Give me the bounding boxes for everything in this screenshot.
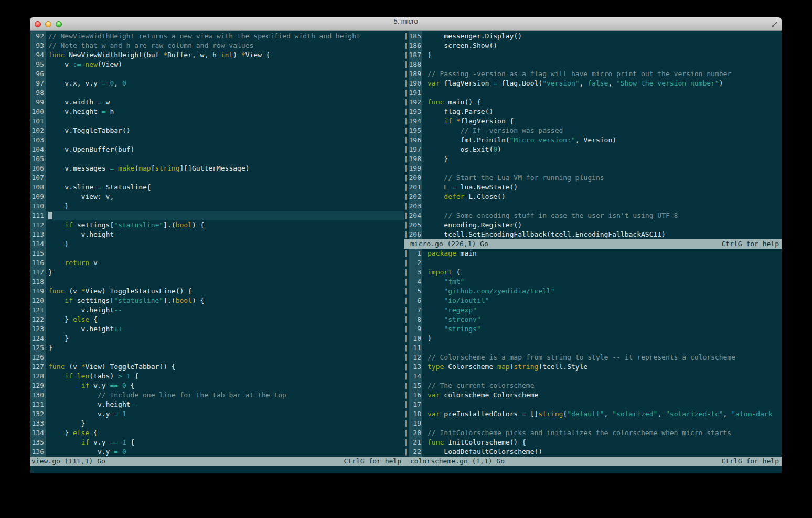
line-number: 16 [409, 390, 422, 400]
code-line: 104 v.OpenBuffer(buf) [30, 145, 404, 154]
code-text: "regexp" [422, 305, 782, 315]
code-line: |9 "strings" [404, 324, 782, 334]
pane-colorscheme-go: |1package main|2|3import (|4 "fmt"|5 "gi… [404, 249, 782, 466]
code-text: if settings["statusline"].(bool) { [46, 220, 404, 230]
resize-icon[interactable] [771, 20, 778, 28]
pane-divider: | [404, 381, 409, 390]
code-text: if v.y == 1 { [46, 438, 404, 447]
code-text: // NewViewWidthHeight returns a new view… [46, 31, 404, 41]
line-number: 203 [409, 202, 422, 211]
code-line: |17 [404, 400, 782, 409]
pane-divider: | [404, 343, 409, 353]
code-text: tcell.SetEncodingFallback(tcell.Encoding… [422, 230, 782, 239]
code-line: |22 LoadDefaultColorscheme() [404, 447, 782, 457]
line-number: 120 [30, 296, 46, 305]
code-line: |199 [404, 164, 782, 173]
line-number: 119 [30, 287, 46, 296]
pane-divider: | [404, 268, 409, 277]
editor-pane-micro-go[interactable]: |185 messenger.Display()|186 screen.Show… [404, 31, 782, 239]
code-line: 129 if v.y == 0 { [30, 381, 404, 390]
line-number: 100 [30, 107, 46, 117]
line-number: 15 [409, 381, 422, 390]
editor-pane-colorscheme-go[interactable]: |1package main|2|3import (|4 "fmt"|5 "gi… [404, 249, 782, 457]
window-titlebar[interactable]: 5. micro [30, 17, 782, 31]
code-text: v.OpenBuffer(buf) [46, 145, 404, 154]
code-text: // Colorscheme is a map from string to s… [422, 353, 782, 362]
line-number: 188 [409, 60, 422, 69]
statusbar-file-info: micro.go (226,1) Go [410, 239, 488, 249]
pane-divider: | [404, 419, 409, 428]
line-number: 101 [30, 117, 46, 126]
line-number: 19 [409, 419, 422, 428]
line-number: 17 [409, 400, 422, 409]
line-number: 123 [30, 324, 46, 334]
line-number: 112 [30, 220, 46, 230]
pane-divider: | [404, 69, 409, 79]
code-text: v.messages = make(map[string][]GutterMes… [46, 164, 404, 173]
code-text: fmt.Println("Micro version:", Version) [422, 135, 782, 145]
code-text: messenger.Display() [422, 31, 782, 41]
line-number: 199 [409, 164, 422, 173]
code-text: v.y = 1 [46, 409, 404, 419]
code-line: 95 v := new(View) [30, 60, 404, 69]
code-text [46, 249, 404, 258]
line-number: 97 [30, 79, 46, 88]
pane-divider: | [404, 353, 409, 362]
line-number: 6 [409, 296, 422, 305]
pane-divider: | [404, 334, 409, 343]
code-line: 119func (v *View) ToggleStatusLine() { [30, 287, 404, 296]
line-number: 196 [409, 135, 422, 145]
pane-divider: | [404, 126, 409, 135]
pane-divider: | [404, 41, 409, 50]
code-line: 121 v.height-- [30, 305, 404, 315]
code-line: 101 [30, 117, 404, 126]
line-number: 9 [409, 324, 422, 334]
pane-divider: | [404, 315, 409, 324]
pane-divider: | [404, 173, 409, 183]
code-text: } [46, 343, 404, 353]
code-text: v.height++ [46, 324, 404, 334]
code-text: v.ToggleTabbar() [46, 126, 404, 135]
code-line: |202 defer L.Close() [404, 192, 782, 202]
code-line: |191 [404, 88, 782, 98]
code-line: 117} [30, 268, 404, 277]
line-number: 122 [30, 315, 46, 324]
code-text: flag.Parse() [422, 107, 782, 117]
code-text: } [422, 154, 782, 164]
code-line: |197 os.Exit(0) [404, 145, 782, 154]
code-line: |4 "fmt" [404, 277, 782, 287]
code-text: func NewViewWidthHeight(buf *Buffer, w, … [46, 50, 404, 60]
line-number: 2 [409, 258, 422, 268]
code-line: |188 [404, 60, 782, 69]
code-line: 128 if len(tabs) > 1 { [30, 372, 404, 381]
line-number: 124 [30, 334, 46, 343]
code-text [46, 277, 404, 287]
code-text: func (v *View) ToggleTabbar() { [46, 362, 404, 372]
pane-divider: | [404, 107, 409, 117]
code-text: // Start the Lua VM for running plugins [422, 173, 782, 183]
pane-micro-go: |185 messenger.Display()|186 screen.Show… [404, 31, 782, 249]
code-line: |11 [404, 343, 782, 353]
pane-divider: | [404, 230, 409, 239]
statusbar-view-go: view.go (111,1) Go CtrlG for help [30, 457, 404, 466]
code-line: |196 fmt.Println("Micro version:", Versi… [404, 135, 782, 145]
code-line: 126 [30, 353, 404, 362]
line-number: 197 [409, 145, 422, 154]
line-number: 128 [30, 372, 46, 381]
code-line: 125} [30, 343, 404, 353]
line-number: 10 [409, 334, 422, 343]
pane-divider: | [404, 287, 409, 296]
pane-divider: | [404, 211, 409, 220]
code-text: // Include one line for the tab bar at t… [46, 390, 404, 400]
line-number: 7 [409, 305, 422, 315]
code-text: v.height-- [46, 230, 404, 239]
statusbar-help-hint: CtrlG for help [344, 457, 401, 466]
editor-pane-view-go[interactable]: 92// NewViewWidthHeight returns a new vi… [30, 31, 404, 457]
line-number: 98 [30, 88, 46, 98]
code-line: |195 // If -version was passed [404, 126, 782, 135]
code-text [422, 164, 782, 173]
code-text [422, 202, 782, 211]
code-line: |8 "strconv" [404, 315, 782, 324]
code-text: if len(tabs) > 1 { [46, 372, 404, 381]
code-line: 98 [30, 88, 404, 98]
